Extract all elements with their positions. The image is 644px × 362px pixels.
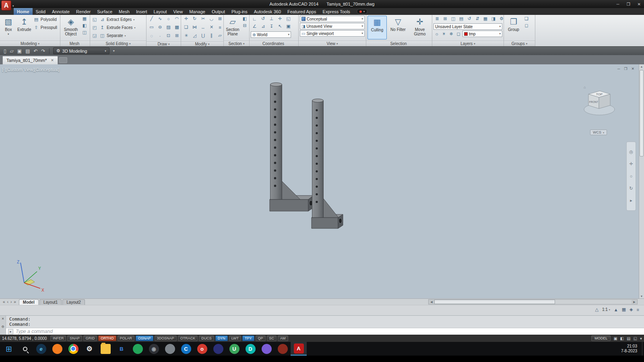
model-space-button[interactable]: MODEL [591,335,611,341]
array-icon[interactable]: ⊞ [216,16,224,22]
maximize-button[interactable]: ❐ [627,2,630,6]
rotate-icon[interactable]: ↻ [191,16,198,22]
layer-state-combo[interactable]: Unsaved Layer State [433,23,502,30]
polysolid-button[interactable]: ▤ Polysolid [33,16,59,23]
viewport-close-button[interactable]: ✕ [631,67,634,71]
wcs-menu-button[interactable]: WCS [590,130,607,135]
taskbar-app-chrome[interactable] [65,342,81,356]
viewport-minimize-button[interactable]: ─ [617,67,620,71]
panel-title-modeling[interactable]: Modeling [0,41,60,46]
circle-icon[interactable]: ○ [165,16,172,22]
ucs-tool-icon[interactable]: ▣ [285,23,292,29]
file-tab-active[interactable]: Tamiya_tt01_70mm* ✕ [2,56,58,64]
toggle-otrack[interactable]: OTRACK [178,335,198,341]
new-file-icon[interactable]: ▯ [4,48,6,54]
extract-edges-button[interactable]: ◱ ⊿ Extract Edges [91,16,145,23]
scroll-up-icon[interactable]: ▲ [640,65,643,68]
separate-button[interactable]: ◲ ◫ Separate [91,32,145,39]
mesh-tool-icon[interactable]: ▦ [81,16,88,22]
ucs-tool-icon[interactable]: ◱ [285,16,292,22]
gradient-icon[interactable]: ▩ [173,24,181,30]
mesh-tool-icon[interactable]: ◧ [81,23,88,29]
autoscale-icon[interactable]: ▦ [622,307,626,312]
viewport-label[interactable]: [-][Custom View][Conceptual] [2,67,59,72]
taskbar-app[interactable]: C [178,342,194,356]
copy-icon[interactable]: ❏ [182,24,190,30]
subtract-icon[interactable]: ◰ [91,25,98,31]
plot-icon[interactable]: ▤ [25,48,30,54]
scroll-right-icon[interactable]: ▶ [632,300,637,304]
move-icon[interactable]: ✛ [182,16,190,22]
group-button[interactable]: ❐ Group [505,16,522,39]
taskbar-app[interactable] [130,342,146,356]
panel-title-mesh[interactable]: Mesh [60,41,90,46]
panel-title-groups[interactable]: Groups [504,41,535,46]
layer-tool-icon[interactable]: ↺ [466,16,473,22]
viewport-restore-button[interactable]: ❐ [624,67,627,71]
polyline-icon[interactable]: ∿ [156,16,164,22]
ucs-tool-icon[interactable]: ⊥ [268,16,275,22]
ellipse-icon[interactable]: ⊖ [156,24,164,30]
tab-insert[interactable]: Insert [133,8,151,15]
current-layer-combo[interactable]: tmp [462,31,502,37]
toggle-3dosnap[interactable]: 3DOSNAP [155,335,177,341]
left-post-part[interactable] [270,83,314,212]
redo-icon[interactable]: ↷ [41,48,45,54]
panel-title-coordinates[interactable]: Coordinates [250,41,298,46]
horizontal-scrollbar-thumb[interactable] [434,300,555,304]
visual-style-combo[interactable]: Conceptual [300,16,365,22]
panel-title-selection[interactable]: Selection [366,41,432,46]
arc-icon[interactable]: ◠ [173,16,181,22]
right-post-part[interactable] [312,99,343,228]
command-history[interactable]: Command: Command: [6,316,644,328]
section-tool-icon[interactable]: ◧ [242,16,248,22]
taskbar-app[interactable]: ◉ [146,342,162,356]
extrude-faces-button[interactable]: ◰ ↥ Extrude Faces [91,24,145,31]
quick-view-layouts-icon[interactable]: ▣ [613,336,617,341]
ucs-tool-icon[interactable]: ↧ [268,23,275,29]
next-layout-icon[interactable]: › [10,300,12,304]
drawing-area[interactable]: [-][Custom View][Conceptual] ─ ❐ ✕ [0,64,644,298]
mesh-tool-icon[interactable]: ◫ [81,29,88,35]
workspace-combo[interactable]: ⚙ 3D Modeling [53,47,109,54]
layer-on-icon[interactable]: ☼ [433,31,440,37]
layer-thaw-icon[interactable]: ☀ [441,31,447,37]
panel-title-layers[interactable]: Layers [432,41,504,46]
tab-home[interactable]: Home [14,8,33,15]
ucs-tool-icon[interactable]: ∠ [251,23,258,29]
horizontal-scrollbar[interactable]: ◀ ▶ [428,299,638,304]
layer-lock-icon[interactable]: ◻ [455,31,462,37]
tab-layout1[interactable]: Layout1 [39,299,62,305]
quick-view-drawings-icon[interactable]: ◧ [620,336,624,341]
tab-mesh[interactable]: Mesh [116,8,133,15]
ribbon-options-pill[interactable]: ▾ [357,9,368,14]
viewport-config-combo[interactable]: ▭ Single viewport [300,30,365,37]
trim-icon[interactable]: ✂ [199,16,207,22]
toggle-osnap[interactable]: OSNAP [136,335,153,341]
taskbar-app-edge[interactable]: e [33,342,49,356]
vertical-scrollbar-thumb[interactable] [640,70,644,156]
layer-tool-icon[interactable]: ◨ [490,16,497,22]
status-menu-caret-icon[interactable]: ▾ [640,336,642,341]
extrude-button[interactable]: ↥ Extrude [17,16,32,39]
command-close-icon[interactable]: ✕ [2,317,4,321]
toggle-infer[interactable]: INFER [50,335,66,341]
toggle-polar[interactable]: POLAR [118,335,135,341]
annotation-scale-button[interactable]: 1:1 [602,307,610,312]
taskbar-app[interactable] [162,342,178,356]
join-icon[interactable]: ⋃ [199,33,207,39]
tab-layout2[interactable]: Layout2 [62,299,85,305]
steering-wheel-icon[interactable]: ◎ [629,149,633,154]
section-plane-button[interactable]: ▱ Section Plane [225,16,240,39]
taskbar-app-firefox[interactable] [49,342,65,356]
first-layout-icon[interactable]: « [3,300,5,304]
ucs-tool-icon[interactable]: ↺ [259,16,267,22]
tab-surface[interactable]: Surface [94,8,116,15]
taskbar-app[interactable] [275,342,291,356]
application-menu-button[interactable]: A ▾ [1,0,14,10]
start-button[interactable]: ⊞ [1,342,17,356]
orbit-icon[interactable]: ↻ [629,186,633,191]
taskbar-app[interactable] [258,342,275,356]
save-icon[interactable]: ▣ [17,48,22,54]
open-file-icon[interactable]: ▱ [10,48,14,54]
